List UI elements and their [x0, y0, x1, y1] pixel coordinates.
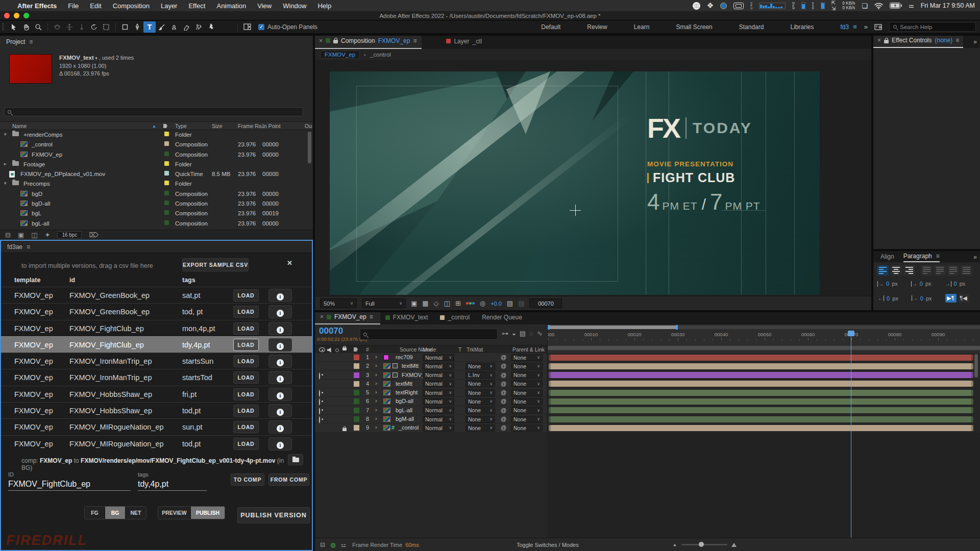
trkmat-dropdown[interactable]: L.Inv∨: [465, 371, 495, 379]
justify-last-left-button[interactable]: [921, 265, 933, 276]
project-column-headers[interactable]: Name ▲ Type Size Frame Ra.. In Point Ou: [0, 121, 313, 130]
layer-twirl-icon[interactable]: ›: [375, 415, 377, 421]
eraser-tool[interactable]: [180, 21, 192, 33]
trkmat-dropdown[interactable]: None∨: [465, 416, 495, 423]
layer-twirl-icon[interactable]: ›: [375, 362, 377, 368]
layer-row-textMtt[interactable]: ›4textMttNormal∨None∨@None∨: [315, 380, 980, 388]
blend-mode-dropdown[interactable]: Normal∨: [423, 371, 454, 379]
rotation-tool[interactable]: [88, 21, 100, 33]
layer-label-swatch[interactable]: [354, 372, 359, 378]
layer-name[interactable]: textMtt: [402, 363, 419, 369]
timeline-column-headers[interactable]: # Source Name Mode T TrkMat Parent & Lin…: [315, 345, 547, 353]
parent-pickwhip-icon[interactable]: @: [501, 407, 506, 413]
exposure-icon[interactable]: ◎: [480, 299, 485, 307]
workspace-overflow-icon[interactable]: »: [864, 23, 868, 31]
panel-menu-icon[interactable]: ≡: [936, 253, 940, 260]
layer-row-rec709[interactable]: ›1rec709Normal∨@None∨: [315, 353, 980, 362]
layer-label-swatch[interactable]: [354, 355, 359, 360]
workspace-review[interactable]: Review: [574, 23, 620, 31]
toggle-switches-modes-button[interactable]: Toggle Switches / Modes: [517, 542, 579, 548]
layer-duration-bar[interactable]: [549, 355, 973, 361]
template-version-row[interactable]: FXMOV_epFXMOV_IronManTrip_epstartsSunLOA…: [1, 353, 312, 369]
work-area-bar[interactable]: [548, 346, 980, 350]
breadcrumb-current[interactable]: _control: [370, 52, 391, 58]
layer-name[interactable]: bgM-all: [396, 416, 414, 422]
layer-twirl-icon[interactable]: ›: [375, 407, 377, 413]
wifi-icon[interactable]: [874, 3, 883, 9]
timeline-scrollbar[interactable]: [974, 354, 978, 378]
delete-item-icon[interactable]: ⌦: [89, 231, 98, 239]
parent-pickwhip-icon[interactable]: @: [501, 398, 506, 404]
display-icon[interactable]: [733, 3, 744, 9]
layer-name[interactable]: textMtt: [396, 381, 412, 387]
layer-duration-bar[interactable]: [549, 407, 973, 413]
load-button[interactable]: LOAD: [233, 322, 259, 335]
layer-row-_control[interactable]: ›9#_controlNormal∨None∨@None∨: [315, 423, 980, 432]
timeline-zoom-slider[interactable]: [681, 544, 727, 545]
parent-link-dropdown[interactable]: None∨: [511, 389, 543, 396]
parent-pickwhip-icon[interactable]: @: [501, 372, 506, 378]
project-row[interactable]: ▸FootageFolder: [0, 160, 313, 169]
project-row[interactable]: ▾PrecompsFolder: [0, 179, 313, 189]
layer-eye-icon[interactable]: [319, 373, 320, 379]
twirl-icon[interactable]: ▾: [4, 181, 7, 186]
publish-version-button[interactable]: PUBLISH VERSION: [237, 507, 310, 523]
layer-duration-bar[interactable]: [549, 425, 973, 431]
panel-menu-icon[interactable]: ≡: [955, 37, 959, 44]
dropbox-icon[interactable]: ❖: [707, 1, 714, 10]
status-circle-icon[interactable]: [720, 3, 727, 9]
export-sample-csv-button[interactable]: EXPORT SAMPLE CSV: [182, 258, 249, 271]
layer-duration-bar[interactable]: [549, 390, 973, 396]
parent-link-dropdown[interactable]: None∨: [511, 407, 543, 414]
load-button[interactable]: LOAD: [233, 306, 259, 318]
exposure-value[interactable]: +0.0: [491, 300, 502, 307]
channel-icon[interactable]: [466, 302, 475, 305]
timeline-tab-fxmov_text[interactable]: FXMOV_text: [380, 312, 435, 324]
roto-brush-tool[interactable]: [192, 21, 205, 33]
help-search-field[interactable]: Search Help: [889, 22, 976, 32]
project-scrollbar[interactable]: [308, 132, 311, 163]
workspace-learn[interactable]: Learn: [621, 23, 663, 31]
graph-editor-icon[interactable]: ∿: [537, 330, 543, 337]
parent-pickwhip-icon[interactable]: @: [501, 424, 506, 431]
project-row[interactable]: bgL-allComposition23.97600000: [0, 219, 313, 229]
load-button[interactable]: LOAD: [233, 421, 259, 433]
layer-duration-bar[interactable]: [549, 416, 973, 422]
layer-label-swatch[interactable]: [354, 425, 359, 431]
blend-mode-dropdown[interactable]: Normal∨: [423, 380, 454, 387]
fg-option[interactable]: FG: [85, 507, 105, 519]
sort-ascending-icon[interactable]: ▲: [152, 124, 156, 129]
layer-label-swatch[interactable]: [354, 408, 359, 413]
layer-row-FXMOV_text[interactable]: ›3FXMOV_textNormal∨L.Inv∨@None∨: [315, 371, 980, 380]
timeline-tab-render-queue[interactable]: Render Queue: [477, 312, 529, 324]
layer-row-bgD-all[interactable]: ›6bgD-allNormal∨None∨@None∨: [315, 397, 980, 406]
blend-mode-dropdown[interactable]: Normal∨: [423, 354, 454, 361]
frame-blending-icon[interactable]: ▤: [520, 330, 526, 337]
navigator-start-handle[interactable]: [548, 325, 550, 330]
timeline-search-field[interactable]: [360, 329, 498, 340]
indent-left-margin-field[interactable]: →0px: [877, 281, 898, 287]
label-swatch[interactable]: [164, 161, 169, 166]
layer-name[interactable]: rec709: [396, 354, 413, 360]
preview-option[interactable]: PREVIEW: [158, 507, 191, 519]
template-version-row[interactable]: FXMOV_epFXMOV_GreenBook_epsat,ptLOADi: [1, 287, 312, 303]
composition-tab[interactable]: × Composition FXMOV_ep ≡: [315, 36, 422, 49]
trkmat-dropdown[interactable]: None∨: [465, 389, 495, 396]
fd3ae-panel-menu-icon[interactable]: ≡: [27, 243, 30, 251]
menu-edit[interactable]: Edit: [90, 2, 101, 10]
parent-pickwhip-icon[interactable]: @: [501, 363, 506, 369]
menu-file[interactable]: File: [68, 2, 79, 10]
blend-mode-dropdown[interactable]: Normal∨: [423, 424, 454, 432]
layer-twirl-icon[interactable]: ›: [375, 424, 377, 430]
label-swatch[interactable]: [164, 201, 169, 205]
layer-duration-bar[interactable]: [549, 381, 973, 387]
label-swatch[interactable]: [164, 181, 169, 185]
blend-mode-dropdown[interactable]: Normal∨: [423, 407, 454, 414]
layer-twirl-icon[interactable]: ›: [375, 354, 377, 360]
launchpad-icon[interactable]: [693, 2, 700, 10]
template-version-row[interactable]: FXMOV_epFXMOV_HobbsShaw_epfri,ptLOADi: [1, 386, 312, 402]
open-render-folder-button[interactable]: [288, 454, 303, 465]
label-swatch[interactable]: [164, 191, 169, 195]
region-of-interest-icon[interactable]: ◇: [434, 299, 439, 307]
template-version-row[interactable]: FXMOV_epFXMOV_MIRogueNation_epsun,ptLOAD…: [1, 418, 312, 435]
